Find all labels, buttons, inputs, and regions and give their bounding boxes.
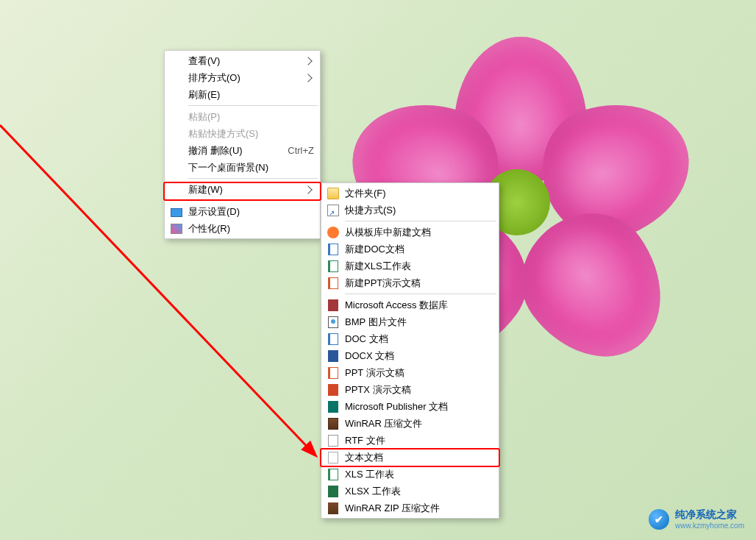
menu-item-new-doc[interactable]: 新建DOC文档 bbox=[323, 241, 497, 257]
menu-label: PPTX 演示文稿 bbox=[345, 383, 493, 397]
watermark-title: 纯净系统之家 bbox=[675, 508, 744, 522]
rtf-icon bbox=[327, 434, 339, 447]
menu-separator bbox=[188, 200, 318, 201]
menu-item-pptx[interactable]: PPTX 演示文稿 bbox=[323, 381, 497, 398]
menu-label: Microsoft Publisher 文档 bbox=[345, 400, 493, 413]
menu-shortcut: Ctrl+Z bbox=[288, 145, 314, 156]
pptx-icon bbox=[327, 383, 339, 396]
menu-separator bbox=[345, 294, 496, 294]
menu-label: 个性化(R) bbox=[188, 222, 314, 235]
menu-item-new-ppt[interactable]: 新建PPT演示文稿 bbox=[323, 274, 497, 291]
menu-item-paste: 粘贴(P) bbox=[166, 108, 318, 125]
personalize-icon bbox=[170, 222, 182, 235]
menu-item-paste-shortcut: 粘贴快捷方式(S) bbox=[166, 125, 318, 142]
menu-item-new-xls[interactable]: 新建XLS工作表 bbox=[323, 257, 497, 274]
xlsx-icon bbox=[327, 485, 339, 497]
winrar-zip-icon bbox=[327, 502, 339, 514]
menu-label: 从模板库中新建文档 bbox=[345, 226, 493, 239]
menu-item-new-shortcut[interactable]: 快捷方式(S) bbox=[323, 202, 497, 219]
ppt-icon bbox=[327, 366, 339, 379]
menu-item-new[interactable]: 新建(W) bbox=[166, 181, 318, 198]
menu-label: 刷新(E) bbox=[188, 88, 314, 102]
menu-label: 显示设置(D) bbox=[188, 205, 314, 219]
menu-label: 新建PPT演示文稿 bbox=[345, 277, 493, 290]
doc-icon bbox=[327, 243, 339, 255]
menu-label: 粘贴(P) bbox=[188, 110, 314, 124]
menu-item-new-folder[interactable]: 文件夹(F) bbox=[323, 185, 497, 202]
menu-label: XLS 工作表 bbox=[345, 468, 493, 481]
menu-item-bmp[interactable]: BMP 图片文件 bbox=[323, 313, 497, 330]
menu-label: 快捷方式(S) bbox=[345, 204, 493, 217]
menu-item-undo-delete[interactable]: 撤消 删除(U) Ctrl+Z bbox=[166, 142, 318, 159]
access-icon bbox=[327, 299, 339, 311]
menu-item-personalize[interactable]: 个性化(R) bbox=[166, 220, 318, 237]
menu-item-winrar[interactable]: WinRAR 压缩文件 bbox=[323, 415, 497, 432]
menu-label: 排序方式(O) bbox=[188, 71, 314, 85]
menu-label: DOCX 文档 bbox=[345, 349, 493, 363]
display-icon bbox=[170, 205, 182, 218]
menu-label: 新建DOC文档 bbox=[345, 243, 493, 256]
docx-icon bbox=[327, 349, 339, 362]
menu-item-view[interactable]: 查看(V) bbox=[166, 52, 318, 69]
menu-label: 新建XLS工作表 bbox=[345, 260, 493, 273]
menu-label: WinRAR ZIP 压缩文件 bbox=[345, 502, 493, 515]
menu-item-next-background[interactable]: 下一个桌面背景(N) bbox=[166, 159, 318, 176]
folder-icon bbox=[327, 187, 339, 199]
wps-icon bbox=[327, 226, 339, 238]
menu-item-template-doc[interactable]: 从模板库中新建文档 bbox=[323, 224, 497, 241]
menu-label: DOC 文档 bbox=[345, 333, 493, 346]
menu-item-xls[interactable]: XLS 工作表 bbox=[323, 466, 497, 483]
txt-icon bbox=[327, 451, 339, 463]
winrar-icon bbox=[327, 417, 339, 430]
menu-item-winrar-zip[interactable]: WinRAR ZIP 压缩文件 bbox=[323, 500, 497, 516]
menu-separator bbox=[345, 221, 496, 221]
desktop-context-menu: 查看(V) 排序方式(O) 刷新(E) 粘贴(P) 粘贴快捷方式(S) 撤消 删… bbox=[164, 50, 321, 239]
menu-label: WinRAR 压缩文件 bbox=[345, 417, 493, 430]
watermark-url: www.kzmyhome.com bbox=[675, 522, 744, 530]
menu-label: BMP 图片文件 bbox=[345, 316, 493, 329]
doc-icon bbox=[327, 333, 339, 345]
menu-item-ppt[interactable]: PPT 演示文稿 bbox=[323, 364, 497, 381]
menu-label: XLSX 工作表 bbox=[345, 485, 493, 498]
new-submenu: 文件夹(F) 快捷方式(S) 从模板库中新建文档 新建DOC文档 新建XLS工作… bbox=[321, 182, 499, 519]
menu-item-txt[interactable]: 文本文档 bbox=[323, 449, 497, 466]
menu-label: 下一个桌面背景(N) bbox=[188, 161, 314, 174]
bmp-icon bbox=[327, 316, 339, 328]
watermark: 纯净系统之家 www.kzmyhome.com bbox=[649, 508, 744, 530]
ppt-icon bbox=[327, 277, 339, 289]
menu-label: PPT 演示文稿 bbox=[345, 366, 493, 380]
xls-icon bbox=[327, 260, 339, 272]
watermark-icon bbox=[649, 509, 669, 530]
menu-item-doc[interactable]: DOC 文档 bbox=[323, 330, 497, 347]
menu-separator bbox=[188, 105, 318, 106]
menu-label: 查看(V) bbox=[188, 54, 314, 68]
menu-separator bbox=[188, 178, 318, 179]
menu-item-sort[interactable]: 排序方式(O) bbox=[166, 69, 318, 86]
menu-label: 文本文档 bbox=[345, 451, 493, 464]
menu-label: 粘贴快捷方式(S) bbox=[188, 127, 314, 141]
menu-item-xlsx[interactable]: XLSX 工作表 bbox=[323, 483, 497, 500]
menu-label: 文件夹(F) bbox=[345, 187, 493, 200]
menu-label: Microsoft Access 数据库 bbox=[345, 299, 493, 312]
menu-item-refresh[interactable]: 刷新(E) bbox=[166, 86, 318, 103]
shortcut-icon bbox=[327, 204, 339, 216]
menu-label: 撤消 删除(U) bbox=[188, 144, 273, 157]
menu-item-docx[interactable]: DOCX 文档 bbox=[323, 347, 497, 364]
menu-label: 新建(W) bbox=[188, 183, 314, 196]
menu-item-rtf[interactable]: RTF 文件 bbox=[323, 432, 497, 449]
menu-item-display-settings[interactable]: 显示设置(D) bbox=[166, 203, 318, 220]
xls-icon bbox=[327, 468, 339, 480]
publisher-icon bbox=[327, 400, 339, 413]
menu-item-access[interactable]: Microsoft Access 数据库 bbox=[323, 296, 497, 313]
menu-item-publisher[interactable]: Microsoft Publisher 文档 bbox=[323, 398, 497, 415]
menu-label: RTF 文件 bbox=[345, 434, 493, 447]
